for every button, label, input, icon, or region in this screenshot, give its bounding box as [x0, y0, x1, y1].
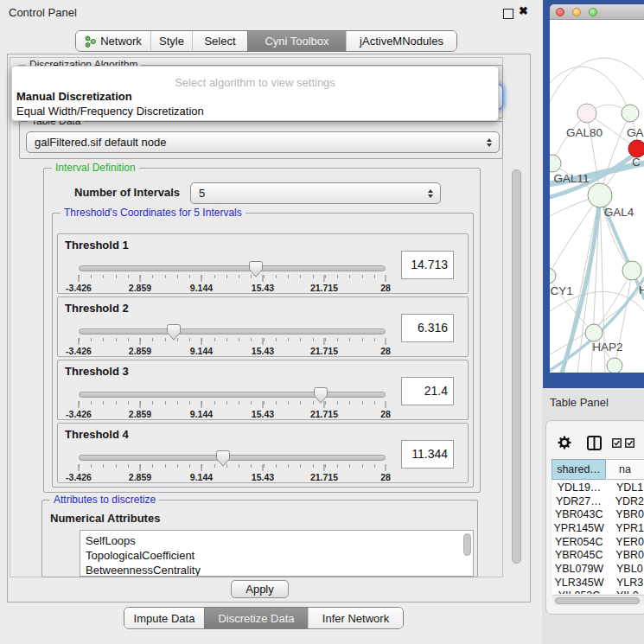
tab-discretize-data[interactable]: Discretize Data — [204, 608, 308, 628]
network-window-titlebar[interactable] — [550, 4, 644, 20]
network-node-label: C — [632, 156, 641, 169]
slider-tick-labels: -3.426 2.859 9.144 15.43 21.715 28 — [79, 283, 386, 293]
table-row[interactable]: YBR043CYBR0 — [552, 507, 644, 521]
popup-option-equal-width-frequency[interactable]: Equal Width/Frequency Discretization — [16, 105, 204, 118]
slider-track[interactable] — [79, 328, 386, 335]
tab-cyni-toolbox[interactable]: Cyni Toolbox — [247, 31, 346, 51]
network-node[interactable] — [628, 140, 644, 157]
threshold-2-value-field[interactable]: 6.316 — [401, 314, 454, 342]
table-data-selected: galFiltered.sif default node — [35, 136, 166, 149]
checkbox-checked-icon[interactable] — [625, 438, 634, 448]
table-horizontal-scrollbar[interactable] — [552, 595, 644, 605]
threshold-3-panel: Threshold 3 -3.426 2.859 9.144 15.43 21.… — [57, 360, 469, 420]
list-item[interactable]: BetweennessCentrality — [80, 563, 473, 577]
table-row[interactable]: YPR145WYPR1 — [552, 521, 644, 535]
float-window-icon[interactable] — [503, 9, 513, 19]
threshold-4-slider[interactable]: -3.426 2.859 9.144 15.43 21.715 28 — [79, 424, 386, 484]
network-node-label: GCY1 — [550, 284, 573, 297]
list-item[interactable]: SelfLoops — [80, 533, 473, 548]
list-scrollbar-thumb[interactable] — [463, 533, 471, 556]
slider-track[interactable] — [79, 265, 386, 271]
network-node[interactable] — [588, 183, 612, 207]
number-of-intervals-combo[interactable]: 5 — [190, 182, 441, 204]
cell[interactable]: YPR145W — [552, 522, 605, 534]
checkbox-checked-icon[interactable] — [612, 438, 622, 448]
close-icon[interactable]: ✖ — [519, 4, 528, 17]
slider-track[interactable] — [79, 392, 386, 398]
panel-scrollbar-thumb[interactable] — [512, 169, 521, 564]
network-canvas[interactable]: GAL80GALCGAL11GAL4GCY1HHAP2 — [550, 20, 644, 373]
scrollbar-thumb[interactable] — [555, 597, 640, 604]
split-view-icon[interactable] — [587, 436, 602, 450]
threshold-1-slider[interactable]: -3.426 2.859 9.144 15.43 21.715 28 — [79, 234, 386, 295]
number-of-intervals-value: 5 — [199, 187, 205, 200]
cell[interactable]: YBR0 — [605, 549, 644, 561]
tab-impute-data[interactable]: Impute Data — [124, 608, 204, 628]
threshold-2-panel: Threshold 2 -3.426 2.859 9.144 15.43 21.… — [57, 296, 469, 357]
apply-button[interactable]: Apply — [231, 580, 289, 598]
mac-zoom-button[interactable] — [589, 8, 597, 16]
table-row[interactable]: YDL19…YDL1 — [552, 481, 644, 494]
algorithm-dropdown-popup: Select algorithm to view settings Manual… — [11, 66, 499, 121]
tab-infer-network[interactable]: Infer Network — [308, 608, 403, 628]
cell[interactable]: YBL079W — [552, 563, 606, 575]
network-node[interactable] — [577, 104, 596, 123]
cell[interactable]: YLR345W — [552, 577, 606, 589]
cell[interactable]: YBR0 — [605, 508, 644, 520]
cell[interactable]: YDL1 — [606, 481, 643, 494]
threshold-3-value-field[interactable]: 21.4 — [401, 377, 454, 405]
thresholds-group-title: Threshold's Coordinates for 5 Intervals — [61, 207, 245, 219]
network-node[interactable] — [550, 268, 556, 284]
network-node[interactable] — [607, 358, 622, 373]
cell[interactable]: YDR27… — [552, 495, 605, 507]
cell[interactable]: YBR043C — [552, 508, 605, 520]
top-tab-bar: Network Style Select Cyni Toolbox jActiv… — [75, 30, 457, 52]
table-row[interactable]: YLR345WYLR3 — [552, 576, 644, 590]
list-item[interactable]: TopologicalCoefficient — [80, 548, 473, 563]
cell[interactable]: YDR2 — [605, 495, 644, 507]
threshold-3-slider[interactable]: -3.426 2.859 9.144 15.43 21.715 28 — [79, 360, 386, 421]
table-row[interactable]: YER054CYER0 — [552, 535, 644, 549]
table-row[interactable]: YBR045CYBR0 — [552, 548, 644, 562]
slider-ticks — [79, 338, 386, 345]
cell[interactable]: YIL0 — [606, 590, 639, 594]
tab-select[interactable]: Select — [192, 31, 247, 51]
mac-close-button[interactable] — [556, 8, 564, 16]
cell[interactable]: YPR1 — [605, 522, 644, 534]
mac-minimize-button[interactable] — [572, 8, 581, 16]
network-node[interactable] — [622, 105, 639, 122]
cell[interactable]: YBL0 — [606, 563, 643, 575]
threshold-1-value-field[interactable]: 14.713 — [401, 251, 454, 279]
slider-tick-labels: -3.426 2.859 9.144 15.43 21.715 28 — [79, 472, 386, 482]
threshold-4-value-field[interactable]: 11.344 — [401, 440, 454, 469]
table-data-combo[interactable]: galFiltered.sif default node — [26, 131, 500, 153]
table-row[interactable]: YDR27…YDR2 — [552, 494, 644, 508]
tab-jactivemnodules[interactable]: jActiveMNodules — [346, 31, 456, 51]
tab-style[interactable]: Style — [150, 31, 192, 51]
node-table[interactable]: YDL19…YDL1 YDR27…YDR2 YBR043CYBR0 YPR145… — [552, 481, 644, 594]
cell[interactable]: YER054C — [552, 536, 605, 548]
table-row[interactable]: YIL053CYIL0 — [552, 590, 644, 595]
threshold-2-slider[interactable]: -3.426 2.859 9.144 15.43 21.715 28 — [79, 297, 386, 358]
table-row[interactable]: YBL079WYBL0 — [552, 562, 644, 576]
tab-infer-network-label: Infer Network — [322, 612, 389, 625]
cell[interactable]: YBR045C — [552, 549, 605, 561]
gear-icon[interactable] — [558, 436, 571, 450]
network-nodes: GAL80GALCGAL11GAL4GCY1HHAP2 — [550, 104, 644, 373]
number-of-intervals-label: Number of Intervals — [74, 186, 180, 199]
popup-option-manual-discretization[interactable]: Manual Discretization — [16, 90, 132, 103]
network-node[interactable] — [550, 155, 561, 172]
network-node-label: GAL4 — [604, 206, 634, 219]
network-node[interactable] — [585, 324, 603, 341]
cell[interactable]: YER0 — [605, 536, 644, 548]
screen: { "control_panel": { "title": "Control P… — [0, 0, 644, 644]
cell[interactable]: YDL19… — [552, 481, 606, 494]
slider-track[interactable] — [79, 455, 386, 461]
cell[interactable]: YIL053C — [552, 590, 606, 594]
network-node[interactable] — [622, 261, 641, 280]
column-header-name[interactable]: na — [607, 459, 644, 480]
slider-ticks — [79, 275, 386, 282]
tab-network[interactable]: Network — [76, 31, 150, 51]
cell[interactable]: YLR3 — [606, 577, 643, 589]
column-header-shared-name[interactable]: shared… — [552, 459, 606, 480]
